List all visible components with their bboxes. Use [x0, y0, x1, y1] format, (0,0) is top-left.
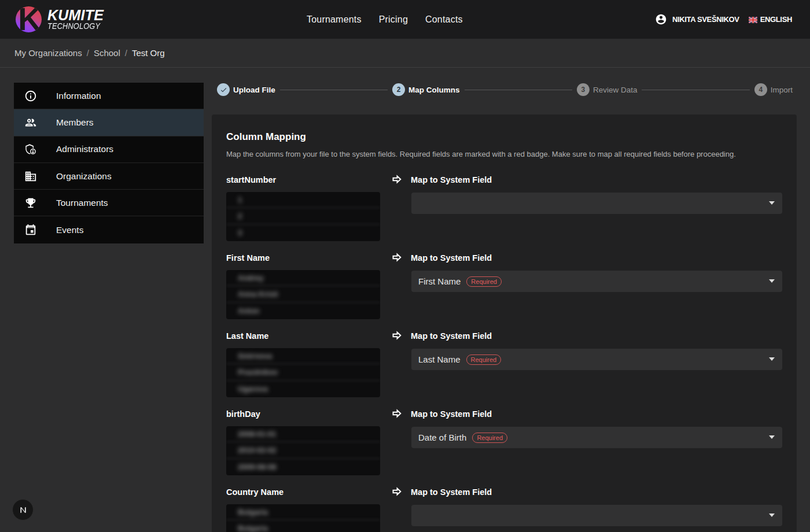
svg-text:K: K	[18, 6, 41, 32]
